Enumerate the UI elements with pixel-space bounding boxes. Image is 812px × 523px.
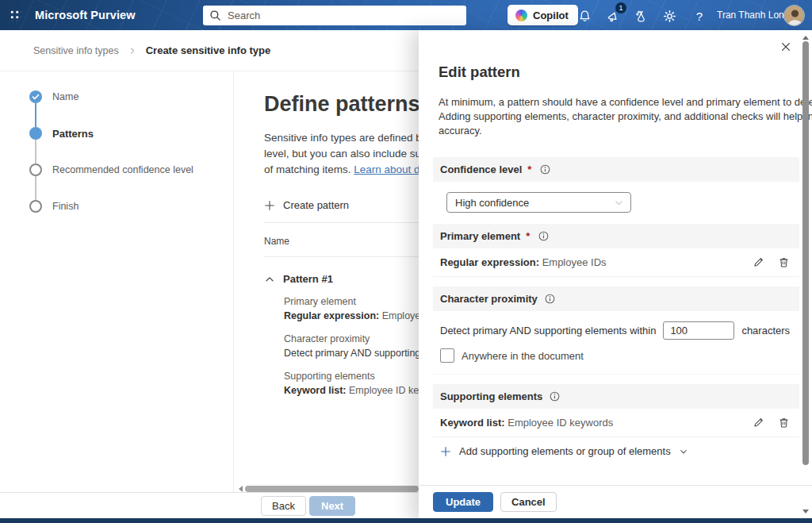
edit-pattern-panel: Edit pattern At minimum, a pattern shoul… <box>419 30 812 523</box>
primary-element-row: Regular expression: Employee IDs <box>433 248 799 277</box>
cancel-button[interactable]: Cancel <box>500 492 557 512</box>
delete-trash-icon[interactable] <box>778 417 790 429</box>
step-patterns[interactable]: Patterns <box>29 127 233 140</box>
edit-pencil-icon[interactable] <box>753 256 764 268</box>
info-icon[interactable] <box>539 163 551 175</box>
copilot-label: Copilot <box>533 10 569 21</box>
horizontal-scrollbar[interactable] <box>236 485 419 492</box>
avatar-photo-icon <box>784 6 805 26</box>
step-connector <box>35 103 36 127</box>
confidence-level-section: Confidence level * High confidence <box>433 157 799 213</box>
character-proximity-header: Character proximity <box>433 286 799 311</box>
edit-pencil-icon[interactable] <box>753 417 764 429</box>
info-icon[interactable] <box>538 230 550 242</box>
plus-icon <box>440 446 451 457</box>
primary-element-section: Primary element * Regular expression: Em… <box>433 224 799 277</box>
scroll-up-arrow-icon[interactable] <box>802 33 809 40</box>
trials-button[interactable] <box>631 6 650 25</box>
character-proximity-section: Character proximity Detect primary AND s… <box>433 286 799 375</box>
vertical-scrollbar[interactable] <box>800 33 811 517</box>
confidence-level-dropdown[interactable]: High confidence <box>446 192 631 213</box>
panel-description: At minimum, a pattern should have a conf… <box>439 95 792 138</box>
brand-title: Microsoft Purview <box>35 0 136 30</box>
scroll-down-arrow-icon[interactable] <box>802 510 809 517</box>
step-connector <box>35 140 36 163</box>
create-pattern-button[interactable]: Create pattern <box>264 199 349 211</box>
pattern-row-toggle[interactable]: Pattern #1 <box>264 273 333 285</box>
horizontal-scrollbar-thumb[interactable] <box>245 486 419 492</box>
chevron-down-icon <box>614 198 624 208</box>
character-proximity-body: Detect primary AND supporting elements w… <box>433 311 799 375</box>
vertical-scrollbar-thumb[interactable] <box>802 41 809 465</box>
panel-footer: Update Cancel <box>419 485 812 518</box>
supporting-elements-header: Supporting elements <box>433 384 799 409</box>
close-button[interactable] <box>778 39 794 55</box>
whats-new-badge: 1 <box>615 2 626 13</box>
copilot-icon <box>515 10 527 21</box>
search-icon <box>209 10 221 21</box>
checkbox-label: Anywhere in the document <box>462 350 584 362</box>
supporting-elements-section: Supporting elements Keyword list: Employ… <box>433 384 799 465</box>
step-label: Patterns <box>52 128 94 140</box>
step-label: Name <box>52 91 79 102</box>
proximity-characters-input[interactable] <box>663 321 734 340</box>
settings-button[interactable] <box>660 6 679 25</box>
step-upcoming-circle-icon <box>29 163 42 176</box>
step-label: Recommended confidence level <box>52 164 193 175</box>
help-button[interactable]: ? <box>690 6 709 25</box>
delete-trash-icon[interactable] <box>778 256 790 268</box>
close-icon <box>780 41 791 52</box>
anywhere-in-document-checkbox[interactable] <box>440 348 454 363</box>
info-icon[interactable] <box>544 293 556 305</box>
breadcrumb-current-page: Create sensitive info type <box>146 44 271 56</box>
step-recommended-confidence-level[interactable]: Recommended confidence level <box>29 163 233 176</box>
chevron-up-icon <box>264 274 275 285</box>
update-button[interactable]: Update <box>433 492 493 512</box>
wizard-stepper: Name Patterns Recommended confidence lev… <box>0 71 234 492</box>
breadcrumb-sensitive-info-types[interactable]: Sensitive info types <box>33 45 119 56</box>
step-finish[interactable]: Finish <box>29 200 233 213</box>
required-asterisk: * <box>526 230 530 242</box>
step-label: Finish <box>52 201 79 212</box>
copilot-button[interactable]: Copilot <box>508 5 578 25</box>
panel-title: Edit pattern <box>439 63 812 81</box>
confidence-level-header: Confidence level * <box>433 157 799 182</box>
chevron-down-icon <box>679 447 688 456</box>
notifications-button[interactable] <box>575 6 594 25</box>
chevron-right-icon <box>128 47 136 55</box>
step-completed-check-icon <box>29 90 42 103</box>
step-current-dot-icon <box>29 127 42 140</box>
user-name: Tran Thanh Long <box>717 0 789 30</box>
purview-screen: Microsoft Purview Copilot 1 <box>0 0 812 523</box>
step-name[interactable]: Name <box>29 90 233 103</box>
supporting-element-row: Keyword list: Employee ID keywords <box>433 409 799 437</box>
step-upcoming-circle-icon <box>29 200 42 213</box>
gear-icon <box>663 10 676 23</box>
scroll-left-arrow-icon[interactable] <box>236 486 243 492</box>
pattern-name: Pattern #1 <box>283 273 333 285</box>
app-launcher-button[interactable] <box>0 0 30 30</box>
top-bar: Microsoft Purview Copilot 1 <box>0 0 812 30</box>
global-search[interactable] <box>203 6 466 25</box>
info-icon[interactable] <box>549 390 561 402</box>
next-button[interactable]: Next <box>309 496 355 516</box>
add-supporting-elements-button[interactable]: Add supporting elements or group of elem… <box>433 437 799 465</box>
confidence-level-value: High confidence <box>455 197 529 209</box>
bell-icon <box>578 10 592 23</box>
beaker-icon <box>634 10 648 23</box>
bottom-edge-strip <box>0 518 812 523</box>
plus-icon <box>264 200 275 211</box>
primary-element-header: Primary element * <box>433 224 799 248</box>
question-mark-icon: ? <box>696 10 703 23</box>
avatar[interactable] <box>783 5 805 26</box>
required-asterisk: * <box>527 163 531 175</box>
whats-new-button[interactable]: 1 <box>603 6 622 25</box>
waffle-icon <box>9 9 21 21</box>
step-connector <box>35 176 36 200</box>
search-input[interactable] <box>228 10 460 21</box>
back-button[interactable]: Back <box>261 496 306 516</box>
